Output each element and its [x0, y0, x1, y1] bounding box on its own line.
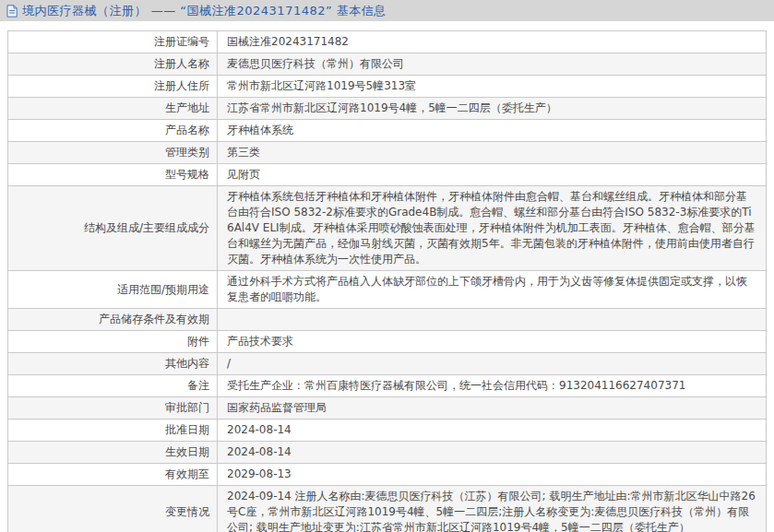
table-row: 审批部门 国家药品监督管理局	[8, 397, 767, 420]
row-value: 见附页	[218, 164, 767, 186]
table-row: 结构及组成/主要组成成分 牙种植体系统包括牙种植体和牙种植体附件，牙种植体附件由…	[8, 186, 767, 271]
row-label: 其他内容	[8, 353, 218, 375]
row-label: 注册证编号	[8, 31, 218, 53]
row-value: 2024-08-14	[218, 442, 767, 464]
row-value: 麦德思贝医疗科技（常州）有限公司	[218, 53, 767, 76]
row-value: 2024-08-14	[218, 420, 767, 442]
row-label: 附件	[8, 331, 218, 353]
table-row: 附件 产品技术要求	[8, 331, 767, 353]
row-label: 生效日期	[8, 442, 218, 464]
row-value: 国家药品监督管理局	[218, 397, 767, 420]
row-label: 适用范围/预期用途	[8, 271, 218, 309]
table-row: 适用范围/预期用途 通过外科手术方式将产品植入人体缺牙部位的上下颌牙槽骨内，用于…	[8, 271, 767, 309]
table-row: 注册证编号 国械注准20243171482	[8, 31, 767, 53]
row-label: 产品储存条件及有效期	[8, 309, 218, 331]
row-label: 有效期至	[8, 464, 218, 486]
row-value: 牙种植体系统	[218, 120, 767, 142]
row-label: 批准日期	[8, 420, 218, 442]
row-label: 管理类别	[8, 142, 218, 164]
row-value: 受托生产企业：常州百康特医疗器械有限公司，统一社会信用代码：9132041166…	[218, 375, 767, 397]
table-row: 备注 受托生产企业：常州百康特医疗器械有限公司，统一社会信用代码：9132041…	[8, 375, 767, 397]
row-value: 常州市新北区辽河路1019号5幢313室	[218, 76, 767, 98]
row-value	[218, 309, 767, 331]
row-label: 生产地址	[8, 98, 218, 120]
registration-info-table: 注册证编号 国械注准20243171482 注册人名称 麦德思贝医疗科技（常州）…	[7, 30, 767, 532]
table-row: 产品名称 牙种植体系统	[8, 120, 767, 142]
table-row: 型号规格 见附页	[8, 164, 767, 186]
row-value: 江苏省常州市新北区辽河路1019号4幢，5幢一二四层（委托生产）	[218, 98, 767, 120]
table-row: 其他内容 /	[8, 353, 767, 375]
row-label: 审批部门	[8, 397, 218, 420]
table-row: 产品储存条件及有效期	[8, 309, 767, 331]
row-value: /	[218, 353, 767, 375]
row-value: 国械注准20243171482	[218, 31, 767, 53]
table-row: 有效期至 2029-08-13	[8, 464, 767, 486]
table-row: 管理类别 第三类	[8, 142, 767, 164]
titlebar: 境内医疗器械（注册） —— “国械注准20243171482” 基本信息	[0, 0, 774, 21]
row-value: 2029-08-13	[218, 464, 767, 486]
row-value: 产品技术要求	[218, 331, 767, 353]
row-value: 牙种植体系统包括牙种植体和牙种植体附件，牙种植体附件由愈合帽、基台和螺丝组成。牙…	[218, 186, 767, 271]
row-label: 结构及组成/主要组成成分	[8, 186, 218, 271]
row-value: 第三类	[218, 142, 767, 164]
table-row: 生效日期 2024-08-14	[8, 442, 767, 464]
row-label: 变更情况	[8, 486, 218, 532]
table-row: 注册人名称 麦德思贝医疗科技（常州）有限公司	[8, 53, 767, 76]
row-value: 通过外科手术方式将产品植入人体缺牙部位的上下颌牙槽骨内，用于为义齿等修复体提供固…	[218, 271, 767, 309]
table-row: 注册人住所 常州市新北区辽河路1019号5幢313室	[8, 76, 767, 98]
row-label: 注册人住所	[8, 76, 218, 98]
table-row: 批准日期 2024-08-14	[8, 420, 767, 442]
row-label: 型号规格	[8, 164, 218, 186]
table-row: 变更情况 2024-09-14 注册人名称由:麦德思贝医疗科技（江苏）有限公司;…	[8, 486, 767, 532]
row-label: 备注	[8, 375, 218, 397]
document-icon	[6, 5, 18, 18]
row-value: 2024-09-14 注册人名称由:麦德思贝医疗科技（江苏）有限公司; 载明生产…	[218, 486, 767, 532]
row-label: 注册人名称	[8, 53, 218, 76]
row-label: 产品名称	[8, 120, 218, 142]
page-title: 境内医疗器械（注册） —— “国械注准20243171482” 基本信息	[22, 3, 387, 19]
table-row: 生产地址 江苏省常州市新北区辽河路1019号4幢，5幢一二四层（委托生产）	[8, 98, 767, 120]
